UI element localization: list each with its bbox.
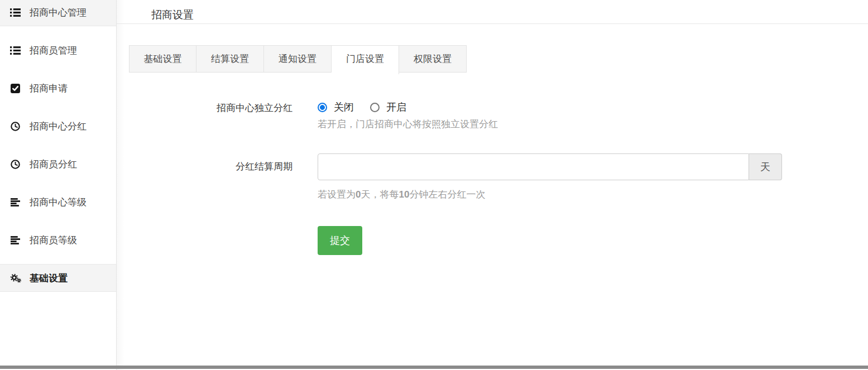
radio-close-label: 关闭 [334,100,354,114]
tab-permission-settings[interactable]: 权限设置 [399,45,467,73]
page-title: 招商设置 [151,8,868,22]
sidebar-item-label: 招商申请 [30,82,68,95]
tab-basic-settings[interactable]: 基础设置 [129,45,196,73]
sidebar-item-label: 招商员等级 [30,234,77,247]
list-icon [9,46,21,55]
sidebar-item-merchant-center-dividend[interactable]: 招商中心分红 [0,112,116,140]
field-settle-cycle: 分红结算周期 天 若设置为0天，将每10分钟左右分红一次 [129,153,868,201]
hint-text: 天，将每 [361,189,399,200]
radio-open[interactable] [370,103,380,112]
submit-button[interactable]: 提交 [318,226,362,255]
field-label-independent-dividend: 招商中心独立分红 [129,100,292,116]
app-root: 招商中心管理 招商员管理 招商申请 招商中心分红 招商员分红 [0,0,868,370]
submit-row: 提交 [129,226,868,255]
field-independent-dividend: 招商中心独立分红 关闭 开启 若开启，门店招商中心 [129,100,868,131]
independent-dividend-hint: 若开启，门店招商中心将按照独立设置分红 [318,118,868,131]
list-icon [9,8,21,17]
sidebar-item-merchant-center-level[interactable]: 招商中心等级 [0,188,116,216]
page-header: 招商设置 [117,0,868,24]
store-settings-form: 招商中心独立分红 关闭 开启 若开启，门店招商中心 [129,100,868,255]
sidebar-item-merchant-staff-dividend[interactable]: 招商员分红 [0,150,116,178]
radio-option-open[interactable]: 开启 [370,100,406,114]
clock-icon [9,122,21,131]
tab-store-settings[interactable]: 门店设置 [332,45,399,74]
sidebar-item-merchant-center-management[interactable]: 招商中心管理 [0,0,116,26]
field-label-settle-cycle: 分红结算周期 [129,153,292,180]
settle-cycle-hint: 若设置为0天，将每10分钟左右分红一次 [318,188,868,201]
sidebar-item-merchant-application[interactable]: 招商申请 [0,74,116,102]
sidebar-item-label: 招商中心管理 [30,6,87,19]
sidebar-item-label: 招商员管理 [30,44,77,57]
tab-notification-settings[interactable]: 通知设置 [264,45,332,73]
sidebar-item-label: 招商中心分红 [30,120,87,133]
hint-text: 若设置为 [318,189,356,200]
main-content: 招商设置 基础设置 结算设置 通知设置 门店设置 权限设置 招商中心独立分红 [117,0,868,370]
sidebar-item-label: 招商员分红 [30,158,77,171]
clock-icon [9,160,21,169]
tab-settlement-settings[interactable]: 结算设置 [196,45,264,73]
settle-cycle-input-group: 天 [318,153,782,180]
sidebar-item-label: 招商中心等级 [30,196,87,209]
radio-option-close[interactable]: 关闭 [318,100,354,114]
unit-addon-days: 天 [749,153,782,180]
hint-number: 10 [399,189,409,200]
horizontal-scrollbar[interactable] [0,366,868,369]
check-square-icon [9,84,21,93]
sidebar-item-label: 基础设置 [30,272,68,285]
align-left-icon [9,198,21,206]
align-left-icon [9,236,21,244]
settle-cycle-input[interactable] [318,153,749,180]
radio-open-label: 开启 [386,100,406,114]
cogs-icon [9,273,21,283]
sidebar: 招商中心管理 招商员管理 招商申请 招商中心分红 招商员分红 [0,0,117,370]
sidebar-item-merchant-staff-management[interactable]: 招商员管理 [0,36,116,64]
radio-close[interactable] [318,103,327,112]
label-spacer [129,226,292,227]
hint-text: 分钟左右分红一次 [409,189,485,200]
sidebar-item-merchant-staff-level[interactable]: 招商员等级 [0,226,116,254]
settings-tabs: 基础设置 结算设置 通知设置 门店设置 权限设置 [129,45,868,74]
sidebar-item-basic-settings[interactable]: 基础设置 [0,264,116,292]
